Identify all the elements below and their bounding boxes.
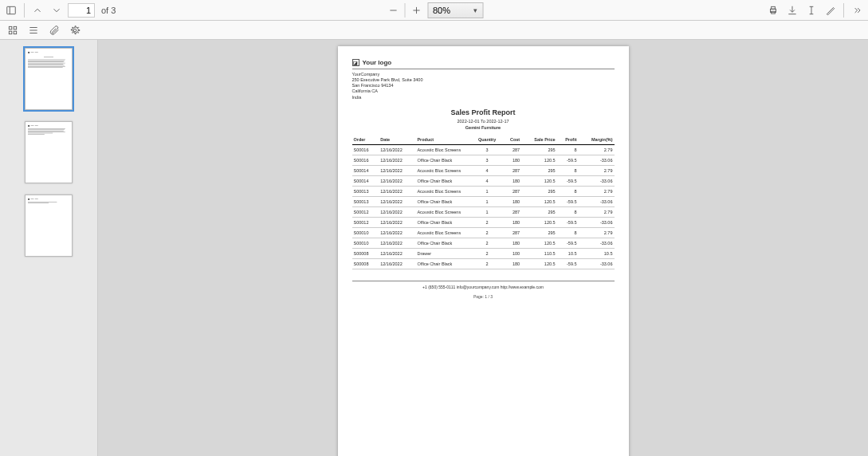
address-line: 250 Executive Park Blvd, Suite 3400 — [352, 77, 615, 83]
address-line: India — [352, 95, 615, 100]
page-number-input[interactable] — [68, 3, 95, 18]
thumbnail-page-2[interactable]: ■ — — — [25, 121, 73, 183]
cell-sale: 120.5 — [521, 155, 556, 165]
cell-margin: 10.5 — [579, 248, 615, 258]
cell-date: 12/16/2022 — [379, 248, 415, 258]
svg-rect-11 — [9, 26, 12, 29]
cell-profit: -59.5 — [557, 196, 579, 206]
cell-product: Acoustic Bloc Screens — [415, 144, 471, 155]
page-indicator: Page: 1 / 3 — [352, 294, 615, 299]
cell-qty: 1 — [472, 196, 503, 206]
cell-qty: 2 — [472, 238, 503, 248]
layers-button[interactable] — [67, 22, 83, 38]
cell-cost: 180 — [502, 175, 521, 186]
cell-qty: 3 — [472, 155, 503, 165]
cell-cost: 287 — [502, 227, 521, 238]
cell-cost: 287 — [502, 206, 521, 217]
cell-sale: 120.5 — [521, 238, 556, 248]
cell-margin: 2.79 — [579, 165, 615, 175]
cell-cost: 180 — [502, 155, 521, 165]
report-partner: Gemini Furniture — [352, 125, 615, 130]
cell-order: S00014 — [352, 165, 379, 175]
svg-rect-6 — [772, 6, 776, 9]
cell-order: S00008 — [352, 258, 379, 269]
table-row: S0001312/16/2022Acoustic Bloc Screens128… — [352, 186, 615, 196]
address-line: San Francisco 94134 — [352, 83, 615, 88]
cell-date: 12/16/2022 — [379, 155, 415, 165]
zoom-out-button[interactable] — [385, 2, 401, 18]
cell-cost: 287 — [502, 186, 521, 196]
table-row: S0000812/16/2022Office Chair Black218012… — [352, 258, 615, 269]
cell-product: Acoustic Bloc Screens — [415, 227, 471, 238]
cell-sale: 110.5 — [521, 248, 556, 258]
address-line: California CA — [352, 88, 615, 94]
footer-contact: +1 (650) 555-0111 info@yourcompany.com h… — [352, 281, 615, 289]
cell-profit: -59.5 — [557, 155, 579, 165]
cell-date: 12/16/2022 — [379, 206, 415, 217]
cell-sale: 120.5 — [521, 258, 556, 269]
outline-view-button[interactable] — [26, 22, 41, 38]
toggle-sidebar-button[interactable] — [3, 2, 19, 18]
content-area: ■ — — ——— ■ — — ■ — — ◪ Your logo — [0, 40, 868, 456]
cell-product: Office Chair Black — [415, 238, 471, 248]
cell-sale: 120.5 — [521, 217, 556, 227]
table-row: S0001212/16/2022Acoustic Bloc Screens128… — [352, 206, 615, 217]
zoom-value-label: 80% — [433, 6, 450, 15]
cell-cost: 180 — [502, 238, 521, 248]
zoom-select[interactable]: 80% — [427, 2, 483, 18]
cell-qty: 1 — [472, 186, 503, 196]
cell-qty: 4 — [472, 175, 503, 186]
cell-product: Acoustic Bloc Screens — [415, 186, 471, 196]
cell-sale: 295 — [521, 206, 556, 217]
table-row: S0001212/16/2022Office Chair Black218012… — [352, 217, 615, 227]
cell-order: S00014 — [352, 175, 379, 186]
col-product: Product — [415, 135, 471, 145]
cell-profit: 8 — [557, 227, 579, 238]
page-count-label: of 3 — [98, 6, 119, 15]
cell-margin: -33.06 — [579, 175, 615, 186]
cell-order: S00012 — [352, 206, 379, 217]
col-cost: Cost — [502, 135, 521, 145]
table-row: S0001412/16/2022Acoustic Bloc Screens428… — [352, 165, 615, 175]
thumbnail-page-3[interactable]: ■ — — — [25, 195, 73, 257]
cell-date: 12/16/2022 — [379, 217, 415, 227]
cell-date: 12/16/2022 — [379, 227, 415, 238]
col-order: Order — [352, 135, 379, 145]
table-row: S0001012/16/2022Acoustic Bloc Screens228… — [352, 227, 615, 238]
page-viewer[interactable]: ◪ Your logo YourCompany 250 Executive Pa… — [98, 40, 868, 456]
page-down-button[interactable] — [49, 2, 65, 18]
cell-product: Acoustic Bloc Screens — [415, 165, 471, 175]
col-quantity: Quantity — [472, 135, 503, 145]
cell-sale: 120.5 — [521, 175, 556, 186]
cell-product: Office Chair Black — [415, 217, 471, 227]
cell-date: 12/16/2022 — [379, 186, 415, 196]
cell-qty: 4 — [472, 165, 503, 175]
more-tools-button[interactable] — [849, 2, 865, 18]
cell-profit: -59.5 — [557, 238, 579, 248]
thumbnail-page-1[interactable]: ■ — — ——— — [25, 48, 73, 110]
table-row: S0000812/16/2022Drawer2100110.510.510.5 — [352, 248, 615, 258]
draw-button[interactable] — [823, 2, 839, 18]
cell-order: S00012 — [352, 217, 379, 227]
table-row: S0001012/16/2022Office Chair Black218012… — [352, 238, 615, 248]
thumbnails-view-button[interactable] — [5, 22, 21, 38]
cell-margin: 2.79 — [579, 144, 615, 155]
cell-date: 12/16/2022 — [379, 238, 415, 248]
download-button[interactable] — [784, 2, 800, 18]
print-button[interactable] — [765, 2, 781, 18]
page-up-button[interactable] — [29, 2, 45, 18]
text-select-button[interactable] — [803, 2, 819, 18]
cell-date: 12/16/2022 — [379, 165, 415, 175]
svg-rect-14 — [14, 31, 17, 34]
cell-product: Office Chair Black — [415, 196, 471, 206]
cell-profit: -59.5 — [557, 175, 579, 186]
company-name: YourCompany — [352, 72, 615, 77]
attachments-button[interactable] — [46, 22, 62, 38]
sidebar-mode-toolbar — [0, 21, 868, 40]
cell-profit: 8 — [557, 206, 579, 217]
cell-date: 12/16/2022 — [379, 144, 415, 155]
cell-order: S00013 — [352, 186, 379, 196]
zoom-in-button[interactable] — [408, 2, 424, 18]
table-row: S0001312/16/2022Office Chair Black118012… — [352, 196, 615, 206]
cell-margin: -33.06 — [579, 217, 615, 227]
